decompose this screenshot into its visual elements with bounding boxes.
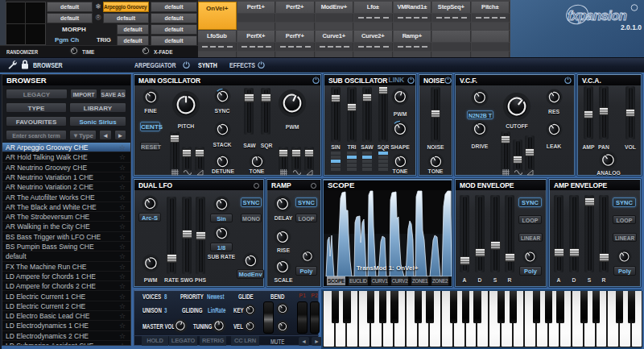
svg-text:fxpansion: fxpansion — [568, 8, 627, 23]
